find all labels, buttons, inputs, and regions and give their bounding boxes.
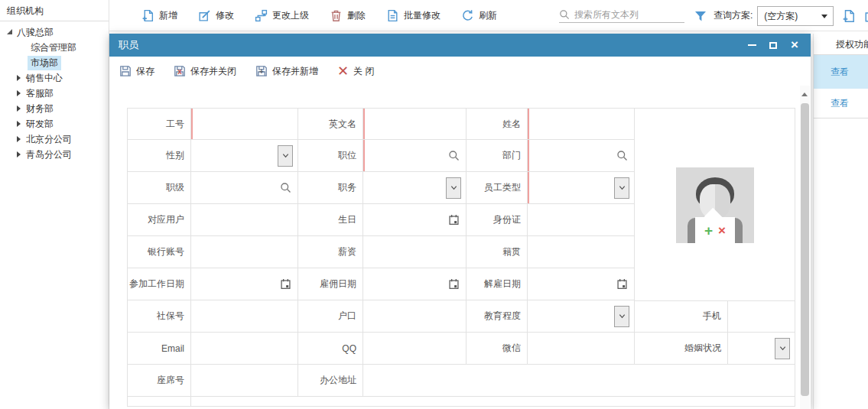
english-name-label: 英文名 <box>298 109 363 139</box>
native-place-field[interactable] <box>528 236 635 268</box>
sidebar-item-org-qingdao-branch[interactable]: 青岛分公司 <box>0 147 109 162</box>
sidebar-item-org-beijing-branch[interactable]: 北京分公司 <box>0 131 109 147</box>
email-field[interactable] <box>191 333 298 364</box>
save-and-new-button[interactable]: +保存并新增 <box>255 65 318 78</box>
floppy-close-icon: x <box>174 65 186 77</box>
education-dropdown-button[interactable] <box>614 306 629 327</box>
minimize-button[interactable] <box>746 40 757 50</box>
work-start-date-field[interactable] <box>191 268 298 300</box>
gender-field[interactable] <box>191 140 298 171</box>
filter-funnel-icon[interactable] <box>694 10 707 22</box>
duty-dropdown-button[interactable] <box>446 177 461 199</box>
department-lookup-icon[interactable] <box>616 150 628 161</box>
grade-lookup-icon[interactable] <box>280 182 291 193</box>
edit-scheme-icon[interactable] <box>864 9 868 23</box>
add-button[interactable]: 新增 <box>141 9 177 22</box>
tree-collapsed-icon[interactable] <box>15 120 23 128</box>
employee-type-field[interactable] <box>528 172 635 203</box>
refresh-button[interactable]: 刷新 <box>461 9 497 22</box>
household-field[interactable] <box>363 300 467 332</box>
duty-field[interactable] <box>363 172 467 203</box>
tree-collapsed-icon[interactable] <box>15 89 23 97</box>
edit-button[interactable]: 修改 <box>198 9 234 22</box>
social-security-no-label: 社保号 <box>127 300 191 332</box>
birthday-field[interactable] <box>363 204 467 235</box>
id-card-field[interactable] <box>528 204 635 235</box>
bank-account-field[interactable] <box>191 236 298 268</box>
batch-edit-button[interactable]: 批量修改 <box>386 9 441 22</box>
education-field[interactable] <box>528 300 635 332</box>
wechat-field[interactable] <box>528 333 635 364</box>
authorized-functions-panel: 授权功能 查看查看 <box>813 34 868 409</box>
social-security-no-field[interactable] <box>191 300 298 332</box>
floppy-plus-icon: + <box>255 65 268 77</box>
office-address-field[interactable] <box>363 365 795 396</box>
dismiss-date-calendar-icon[interactable] <box>616 278 628 290</box>
required-marker <box>191 109 193 139</box>
dialog-toolbar-label: 关 闭 <box>353 65 374 78</box>
department-field[interactable] <box>528 140 635 171</box>
scrollbar-thumb[interactable] <box>801 103 809 396</box>
mapped-user-field[interactable] <box>191 204 298 235</box>
required-marker <box>528 172 529 203</box>
delete-button[interactable]: 删除 <box>330 9 366 22</box>
sidebar-item-org-marketing[interactable]: 市场部 <box>0 55 109 70</box>
change-parent-button[interactable]: 更改上级 <box>255 9 309 22</box>
sidebar-item-org-finance[interactable]: 财务部 <box>0 101 109 116</box>
search-input[interactable] <box>574 9 681 20</box>
change-parent-icon <box>255 9 268 22</box>
panel-item-view-2[interactable]: 查看 <box>814 89 868 118</box>
save-and-close-button[interactable]: x保存并关闭 <box>174 65 236 78</box>
panel-title: 授权功能 <box>814 34 868 55</box>
maximize-button[interactable] <box>768 40 779 50</box>
hire-date-field[interactable] <box>363 268 467 300</box>
save-button[interactable]: 保存 <box>119 65 154 78</box>
position-field[interactable] <box>363 140 467 171</box>
position-lookup-icon[interactable] <box>448 150 460 161</box>
close-button[interactable]: × <box>789 40 800 50</box>
marital-status-dropdown-button[interactable] <box>775 338 790 359</box>
marital-status-field[interactable] <box>728 333 795 364</box>
english-name-field[interactable] <box>363 109 467 139</box>
scroll-up-arrow-icon[interactable] <box>801 92 808 98</box>
hire-date-calendar-icon[interactable] <box>448 278 460 290</box>
tree-collapsed-icon[interactable] <box>15 74 23 82</box>
sidebar-item-org-general-admin[interactable]: 综合管理部 <box>0 40 109 55</box>
sidebar-item-org-rnd[interactable]: 研发部 <box>0 116 109 131</box>
close-button[interactable]: ✕关 闭 <box>337 65 374 78</box>
query-scheme-select[interactable]: (空方案) <box>757 6 834 26</box>
photo-delete-button[interactable]: × <box>718 224 726 237</box>
panel-item-view-1[interactable]: 查看 <box>814 55 868 89</box>
form-row: EmailQQ微信婚姻状况 <box>127 333 795 365</box>
duty-label: 职务 <box>298 172 363 203</box>
tree-collapsed-icon[interactable] <box>15 135 23 143</box>
employee-type-dropdown-button[interactable] <box>614 177 629 199</box>
qq-field[interactable] <box>363 333 467 364</box>
name-field[interactable] <box>528 109 635 139</box>
seat-no-label: 座席号 <box>127 365 191 396</box>
search-box[interactable] <box>559 9 684 23</box>
grade-field[interactable] <box>191 172 298 203</box>
employee-no-label: 工号 <box>127 109 191 139</box>
birthday-calendar-icon[interactable] <box>448 214 460 226</box>
vertical-scrollbar[interactable] <box>800 86 810 409</box>
tree-collapsed-icon[interactable] <box>15 151 23 158</box>
employee-no-field[interactable] <box>191 109 298 139</box>
dismiss-date-field[interactable] <box>528 268 635 300</box>
seat-no-field[interactable] <box>191 365 298 396</box>
sidebar-item-org-sales-center[interactable]: 销售中心 <box>0 70 109 86</box>
new-scheme-icon[interactable] <box>842 9 856 23</box>
mobile-field[interactable] <box>728 300 795 332</box>
tree-expanded-icon[interactable] <box>6 28 14 36</box>
position-label: 职位 <box>298 140 363 171</box>
salary-field[interactable] <box>363 236 467 268</box>
gender-dropdown-button[interactable] <box>278 145 293 167</box>
sidebar-item-org-customer-service[interactable]: 客服部 <box>0 86 109 101</box>
photo-add-button[interactable]: + <box>704 223 713 238</box>
close-x-icon: ✕ <box>337 65 349 77</box>
work-start-date-calendar-icon[interactable] <box>280 278 291 290</box>
required-marker <box>528 140 529 171</box>
sidebar-item-org-root[interactable]: 八骏总部 <box>0 24 109 40</box>
id-card-label: 身份证 <box>467 204 528 235</box>
tree-collapsed-icon[interactable] <box>15 105 23 112</box>
